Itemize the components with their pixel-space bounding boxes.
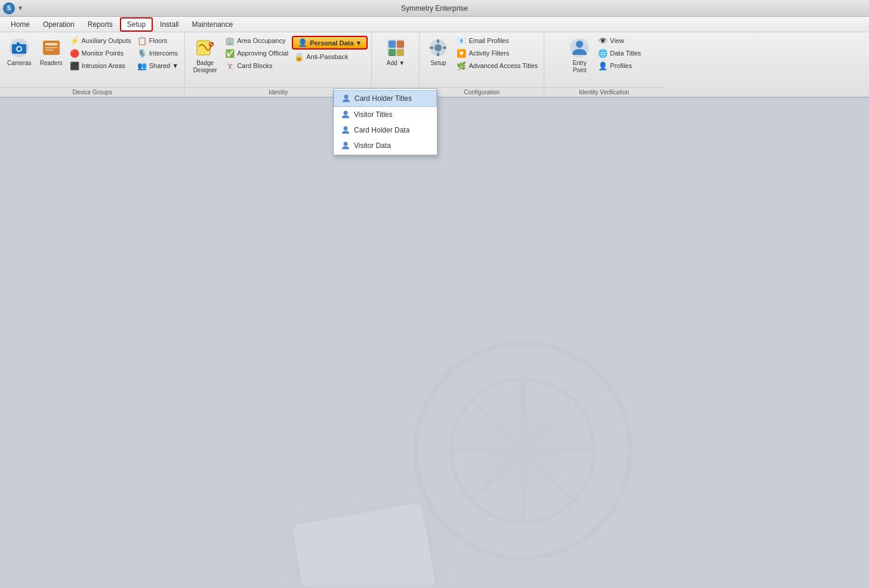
ribbon-group-device-groups: Cameras Readers ⚡ Auxiliary O [0,32,185,97]
entry-point-label: EntryPoint [572,60,586,74]
svg-rect-4 [17,42,20,45]
device-groups-col: ⚡ Auxiliary Outputs 🔴 Monitor Points ⬛ I… [67,35,134,72]
visitor-titles-icon [341,110,350,119]
device-groups-label: Device Groups [0,87,184,96]
view-button[interactable]: 👁️ View [596,35,643,47]
menu-home[interactable]: Home [5,19,36,30]
readers-button[interactable]: Readers [36,35,66,69]
entry-point-button[interactable]: EntryPoint [565,35,594,76]
iv-col: 👁️ View 🌐 Data Titles 👤 Profiles [596,35,643,72]
activity-filters-label: Activity Filters [469,50,509,57]
title-bar: S ▼ Symmetry Enterprise [0,0,869,17]
ribbon-group-configuration: Setup 📧 Email Profiles 🔽 Activity Filter… [420,32,544,97]
profiles-button[interactable]: 👤 Profiles [596,60,643,72]
svg-rect-15 [397,41,404,48]
svg-point-3 [17,47,21,51]
svg-rect-9 [197,41,210,55]
monitor-points-button[interactable]: 🔴 Monitor Points [67,47,134,59]
svg-point-25 [576,41,583,48]
monitor-points-icon: 🔴 [70,48,79,58]
profiles-icon: 👤 [598,61,608,70]
advanced-access-titles-button[interactable]: 🌿 Advanced Access Titles [454,60,540,72]
data-titles-label: Data Titles [610,50,641,57]
badge-designer-icon [195,37,216,59]
ribbon-group-identity: BadgeDesigner 🏢 Area Occupancy ✅ Approvi… [185,32,372,97]
card-blocks-button[interactable]: 🃏 Card Blocks [223,60,291,72]
identity-col: 🏢 Area Occupancy ✅ Approving Official 🃏 … [223,35,291,72]
svg-point-26 [344,95,349,99]
area-occupancy-button[interactable]: 🏢 Area Occupancy [223,35,291,47]
badge-designer-button[interactable]: BadgeDesigner [189,35,221,76]
personal-data-label: Personal Data ▼ [310,39,362,47]
floors-icon: 📋 [137,36,147,45]
intercoms-button[interactable]: 🎙️ Intercoms [135,47,181,59]
svg-point-19 [434,44,442,51]
configuration-label: Configuration [420,87,544,96]
approving-official-button[interactable]: ✅ Approving Official [223,47,291,59]
view-icon: 👁️ [598,36,608,45]
aux-outputs-button[interactable]: ⚡ Auxiliary Outputs [67,35,134,47]
content-area [0,98,869,585]
card-holder-data-label: Card Holder Data [354,126,409,134]
setup-config-label: Setup [430,60,446,67]
svg-point-28 [344,127,348,131]
svg-point-29 [344,142,348,146]
setup-config-icon [427,37,449,59]
visitor-data-item[interactable]: Visitor Data [334,138,437,153]
data-titles-button[interactable]: 🌐 Data Titles [596,47,643,59]
profiles-label: Profiles [610,62,632,69]
approving-official-label: Approving Official [237,50,288,57]
config-col: 📧 Email Profiles 🔽 Activity Filters 🌿 Ad… [454,35,540,72]
card-holder-titles-item[interactable]: Card Holder Titles [334,90,437,107]
svg-rect-7 [45,47,57,48]
anti-passback-icon: 🔒 [294,52,304,61]
app-icon: S [3,2,15,14]
activity-filters-icon: 🔽 [457,48,466,58]
card-holder-data-item[interactable]: Card Holder Data [334,122,437,138]
activity-filters-button[interactable]: 🔽 Activity Filters [454,47,540,59]
cameras-label: Cameras [7,60,32,67]
visitor-data-label: Visitor Data [354,141,391,150]
menu-install[interactable]: Install [154,19,184,30]
card-blocks-icon: 🃏 [225,61,235,70]
svg-rect-8 [45,50,54,51]
device-groups-col2: 📋 Floors 🎙️ Intercoms 👥 Shared ▼ [135,35,181,72]
aux-outputs-icon: ⚡ [70,36,79,45]
area-occupancy-icon: 🏢 [225,36,235,45]
data-titles-icon: 🌐 [598,48,608,58]
anti-passback-button[interactable]: 🔒 Anti-Passback [292,51,350,63]
svg-rect-20 [437,39,439,43]
svg-rect-22 [430,47,433,49]
email-profiles-button[interactable]: 📧 Email Profiles [454,35,540,47]
email-profiles-icon: 📧 [457,36,466,45]
menu-maintenance[interactable]: Maintenance [186,19,239,30]
advanced-access-titles-icon: 🌿 [457,61,466,70]
entry-point-icon [569,37,590,59]
watermark-logo [403,331,642,585]
card-holder-titles-label: Card Holder Titles [355,94,412,103]
menu-bar: Home Operation Reports Setup Install Mai… [0,17,869,32]
menu-operation[interactable]: Operation [37,19,81,30]
add-icon [385,37,406,59]
area-occupancy-label: Area Occupancy [237,37,285,44]
view-label: View [610,37,624,44]
menu-setup[interactable]: Setup [120,17,153,32]
readers-icon [41,37,62,59]
add-label: Add ▼ [387,60,405,67]
quick-access-arrow: ▼ [17,5,23,11]
menu-reports[interactable]: Reports [82,19,119,30]
personal-data-button[interactable]: 👤 Personal Data ▼ [292,36,368,50]
visitor-titles-label: Visitor Titles [354,110,392,119]
intrusion-areas-button[interactable]: ⬛ Intrusion Areas [67,60,134,72]
iv-label: Identity Verification [544,87,664,96]
add-button[interactable]: Add ▼ [381,35,411,69]
cameras-icon [8,37,30,59]
card-holder-data-icon [341,125,350,135]
visitor-titles-item[interactable]: Visitor Titles [334,107,437,122]
cameras-button[interactable]: Cameras [4,35,35,69]
email-profiles-label: Email Profiles [469,37,509,44]
svg-rect-21 [437,53,439,56]
shared-button[interactable]: 👥 Shared ▼ [135,60,181,72]
floors-button[interactable]: 📋 Floors [135,35,181,47]
setup-config-button[interactable]: Setup [423,35,453,69]
